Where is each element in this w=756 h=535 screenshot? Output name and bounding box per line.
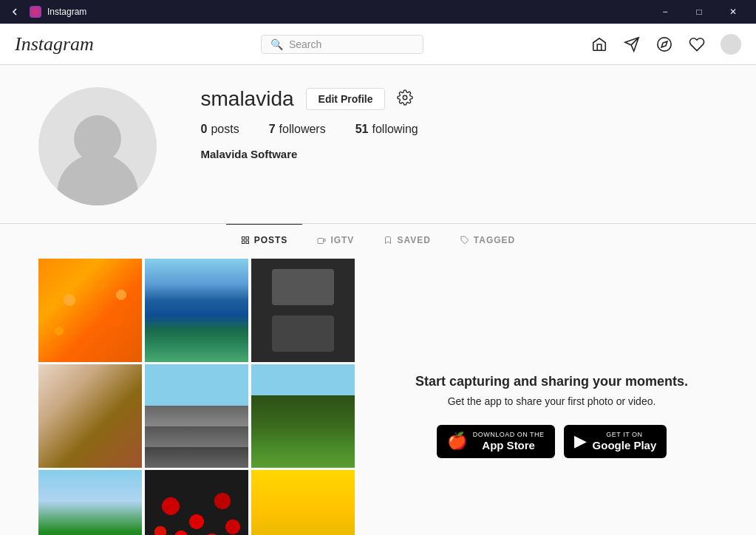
tab-igtv-label: IGTV [330, 235, 354, 245]
posts-count: 0 [201, 123, 208, 136]
googleplay-text: GET IT ON Google Play [593, 431, 657, 452]
close-button[interactable]: ✕ [716, 0, 750, 24]
svg-rect-3 [246, 237, 249, 240]
posts-grid [38, 256, 356, 535]
content-area: smalavida Edit Profile 0 posts [0, 65, 756, 535]
navbar: Instagram 🔍 [0, 24, 756, 65]
search-input[interactable] [289, 38, 407, 50]
tab-saved-label: SAVED [397, 235, 430, 245]
svg-rect-6 [318, 239, 324, 244]
svg-point-0 [658, 37, 671, 50]
window-controls: − □ ✕ [648, 0, 750, 24]
followers-stat[interactable]: 7 followers [269, 123, 326, 136]
googleplay-button[interactable]: ▶ GET IT ON Google Play [564, 425, 667, 458]
back-button[interactable] [6, 3, 24, 21]
profile-info: smalavida Edit Profile 0 posts [201, 87, 718, 161]
instagram-logo[interactable]: Instagram [15, 33, 94, 55]
profile-avatar-wrap [38, 87, 157, 205]
window-title: Instagram [47, 7, 648, 17]
tab-posts[interactable]: POSTS [226, 224, 303, 256]
grid-item[interactable] [251, 259, 355, 362]
grid-item[interactable] [251, 470, 355, 535]
grid-item[interactable] [38, 259, 142, 362]
appstore-button[interactable]: 🍎 Download on the App Store [437, 425, 555, 458]
home-icon[interactable] [590, 35, 608, 53]
search-box: 🔍 [261, 35, 423, 54]
svg-rect-2 [242, 237, 245, 240]
cta-panel: Start capturing and sharing your moments… [386, 256, 718, 535]
svg-rect-5 [246, 241, 249, 244]
grid-item[interactable] [145, 364, 248, 468]
cta-subtitle: Get the app to share your first photo or… [448, 395, 656, 407]
appstore-text: Download on the App Store [473, 431, 545, 452]
grid-item[interactable] [145, 259, 248, 362]
googleplay-label-small: GET IT ON [593, 431, 657, 439]
profile-avatar [38, 87, 157, 205]
followers-count: 7 [269, 123, 276, 136]
profile-tabs: POSTS IGTV SAVED TAGGED [24, 224, 733, 256]
avatar-body [57, 154, 138, 205]
main-area: Start capturing and sharing your moments… [24, 256, 733, 535]
svg-point-1 [403, 95, 408, 100]
explore-icon[interactable] [655, 35, 673, 53]
app-icon [30, 6, 41, 18]
nav-icons [590, 34, 741, 55]
profile-full-name: Malavida Software [201, 148, 298, 160]
search-icon: 🔍 [270, 38, 283, 50]
appstore-label-big: App Store [473, 439, 545, 452]
grid-item[interactable] [251, 364, 355, 468]
profile-username: smalavida [201, 87, 294, 111]
minimize-button[interactable]: − [648, 0, 682, 24]
profile-section: smalavida Edit Profile 0 posts [24, 87, 733, 205]
titlebar: Instagram − □ ✕ [0, 0, 756, 24]
heart-icon[interactable] [688, 35, 706, 53]
posts-stat[interactable]: 0 posts [201, 123, 239, 136]
apple-icon: 🍎 [447, 432, 467, 451]
following-label: following [372, 123, 418, 136]
app-container: Instagram 🔍 [0, 24, 756, 535]
grid-item[interactable] [38, 470, 142, 535]
followers-label: followers [279, 123, 326, 136]
avatar[interactable] [721, 34, 741, 55]
settings-icon[interactable] [397, 89, 413, 109]
following-stat[interactable]: 51 following [355, 123, 418, 136]
grid-item[interactable] [38, 364, 142, 468]
maximize-button[interactable]: □ [682, 0, 716, 24]
store-buttons: 🍎 Download on the App Store ▶ GET IT ON … [437, 425, 667, 458]
tab-posts-label: POSTS [254, 235, 288, 245]
googleplay-label-big: Google Play [593, 439, 657, 452]
cta-title: Start capturing and sharing your moments… [415, 374, 688, 389]
tab-igtv[interactable]: IGTV [302, 224, 369, 256]
tab-tagged-label: TAGGED [474, 235, 515, 245]
profile-top-row: smalavida Edit Profile [201, 87, 718, 111]
following-count: 51 [355, 123, 369, 136]
appstore-label-small: Download on the [473, 431, 545, 439]
avatar-person [38, 87, 157, 205]
tab-saved[interactable]: SAVED [369, 224, 445, 256]
profile-stats: 0 posts 7 followers 51 following [201, 123, 718, 136]
posts-label: posts [211, 123, 239, 136]
edit-profile-button[interactable]: Edit Profile [306, 88, 386, 110]
send-icon[interactable] [623, 35, 641, 53]
google-play-icon: ▶ [574, 432, 587, 451]
svg-rect-4 [242, 241, 245, 244]
tab-tagged[interactable]: TAGGED [446, 224, 530, 256]
grid-item[interactable] [145, 470, 248, 535]
